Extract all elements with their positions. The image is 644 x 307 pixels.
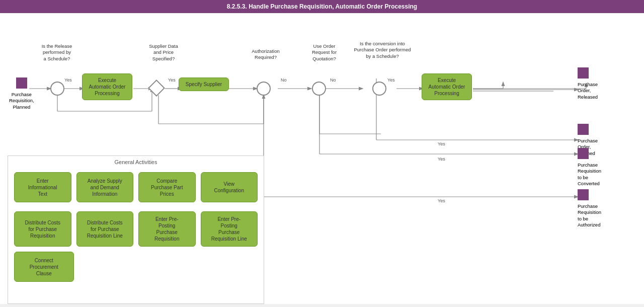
- activities-row-1: EnterInformationalText Analyze Supplyand…: [8, 168, 264, 206]
- general-activities-title: General Activities: [8, 156, 264, 168]
- specify-supplier-label: Specify Supplier: [179, 78, 229, 91]
- yes-label-po-planned: Yes: [438, 141, 445, 146]
- gateway-circle-4: [372, 82, 386, 97]
- execute-auto-1-label: ExecuteAutomatic OrderProcessing: [82, 73, 132, 100]
- po-planned-icon: [578, 124, 589, 135]
- pr-authorized-label: PurchaseRequisitionto beAuthorized: [578, 203, 601, 228]
- pr-authorized-node: PurchaseRequisitionto beAuthorized: [578, 189, 601, 228]
- question-5-label: Is the conversion intoPurchase Order per…: [350, 41, 415, 59]
- activities-row-3: ConnectProcurementClause: [8, 247, 264, 282]
- execute-auto-2-label: ExecuteAutomatic OrderProcessing: [422, 73, 472, 100]
- yes-label-3: Yes: [387, 78, 395, 83]
- activity-distribute-costs-line[interactable]: Distribute Costsfor PurchaseRequisition …: [76, 211, 134, 247]
- no-label-1: No: [281, 78, 287, 83]
- pr-converted-icon: [578, 148, 589, 159]
- gateway-circle-2: [257, 82, 271, 97]
- activity-compare-prices[interactable]: ComparePurchase PartPrices: [138, 172, 196, 202]
- pr-planned-node: PurchaseRequisition,Planned: [9, 78, 34, 110]
- activities-row-2: Distribute Costsfor PurchaseRequisition …: [8, 206, 264, 247]
- question-3-label: AuthorizationRequired?: [246, 48, 286, 61]
- diagram-canvas: PurchaseRequisition,Planned Is the Relea…: [0, 13, 644, 304]
- gateway-circle-1: [50, 82, 64, 97]
- activity-connect-procurement[interactable]: ConnectProcurementClause: [14, 252, 74, 282]
- pr-converted-label: PurchaseRequisitionto beConverted: [578, 162, 601, 187]
- gateway-diamond-1: [150, 82, 163, 95]
- pr-planned-icon: [16, 78, 27, 89]
- general-activities-box: General Activities EnterInformationalTex…: [8, 156, 264, 304]
- po-released-icon: [578, 67, 589, 79]
- pr-planned-label: PurchaseRequisition,Planned: [9, 92, 34, 110]
- gateway-circle-3: [312, 82, 326, 97]
- activity-distribute-costs-req[interactable]: Distribute Costsfor PurchaseRequisition: [14, 211, 71, 247]
- question-4-label: Use OrderRequest forQuotation?: [303, 43, 346, 62]
- pr-converted-node: PurchaseRequisitionto beConverted: [578, 148, 601, 187]
- yes-label-2: Yes: [168, 78, 176, 83]
- no-label-2: No: [330, 78, 336, 83]
- question-1-label: Is the Releaseperformed bya Schedule?: [34, 43, 79, 62]
- activity-enter-preposting-req[interactable]: Enter Pre-PostingPurchaseRequisition: [138, 211, 196, 247]
- activity-enter-informational[interactable]: EnterInformationalText: [14, 172, 71, 202]
- execute-auto-2[interactable]: ExecuteAutomatic OrderProcessing: [422, 73, 472, 100]
- po-released-label: PurchaseOrder,Released: [578, 82, 598, 100]
- activity-analyze-supply[interactable]: Analyze Supplyand DemandInformation: [76, 172, 134, 202]
- pr-authorized-icon: [578, 189, 589, 200]
- yes-label-1: Yes: [64, 78, 72, 83]
- specify-supplier[interactable]: Specify Supplier: [179, 78, 229, 91]
- activity-enter-preposting-line[interactable]: Enter Pre-PostingPurchaseRequisition Lin…: [201, 211, 258, 247]
- po-released-node: PurchaseOrder,Released: [578, 67, 598, 100]
- execute-auto-1[interactable]: ExecuteAutomatic OrderProcessing: [82, 73, 132, 100]
- page-title: 8.2.5.3. Handle Purchase Requisition, Au…: [0, 0, 644, 13]
- yes-label-pr-converted: Yes: [438, 157, 445, 162]
- activity-view-config[interactable]: ViewConfiguration: [201, 172, 258, 202]
- yes-label-pr-authorized: Yes: [438, 198, 445, 203]
- question-2-label: Supplier Dataand PriceSpecified?: [138, 43, 189, 62]
